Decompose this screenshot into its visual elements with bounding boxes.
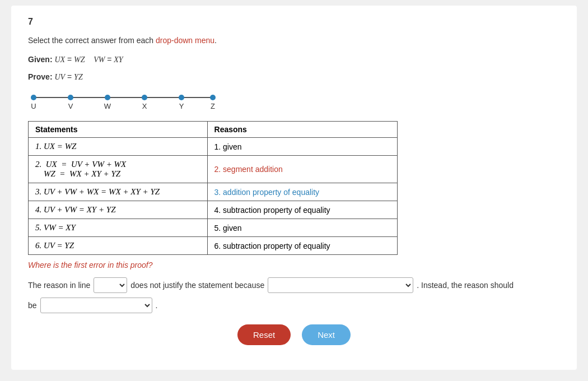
number-line: U V W X Y Z — [28, 92, 218, 112]
svg-text:V: V — [68, 102, 73, 110]
reason-4: 4. subtraction property of equality — [207, 201, 397, 219]
given-text: Given: UX = WZ VW = XY — [28, 53, 560, 67]
svg-point-1 — [31, 95, 36, 100]
svg-text:U: U — [31, 102, 36, 110]
reason-5: 5. given — [207, 219, 397, 237]
reason-1: 1. given — [207, 138, 397, 156]
answer-row-2: be substitution property of equality seg… — [28, 298, 560, 313]
reset-button[interactable]: Reset — [237, 324, 291, 345]
svg-point-6 — [210, 95, 216, 100]
line-select[interactable]: 1 2 3 4 5 6 — [94, 277, 127, 293]
because-select[interactable]: segment addition applies to two segments… — [268, 277, 413, 293]
error-question: Where is the first error in this proof? — [28, 261, 560, 270]
prove-text: Prove: UV = YZ — [28, 70, 560, 84]
statement-6: 6. UV = YZ — [29, 237, 208, 255]
period: . — [156, 301, 158, 310]
buttons-row: Reset Next — [28, 324, 560, 345]
question-number: 7 — [28, 17, 560, 27]
statements-header: Statements — [29, 122, 208, 138]
reason-2: 2. segment addition — [207, 156, 397, 183]
answer-row-1: The reason in line 1 2 3 4 5 6 does not … — [28, 277, 560, 293]
quiz-card: 7 Select the correct answer from each dr… — [11, 6, 577, 370]
statement-3: 3. UV + VW + WX = WX + XY + YZ — [29, 183, 208, 201]
should-be-select[interactable]: substitution property of equality segmen… — [40, 298, 152, 313]
svg-point-3 — [105, 95, 110, 100]
table-row: 2. UX = UV + VW + WX WZ = WX + XY + YZ 2… — [29, 156, 398, 183]
answer-suffix: . Instead, the reason should — [417, 281, 514, 290]
statement-1: 1. UX = WZ — [29, 138, 208, 156]
svg-text:Y: Y — [179, 102, 184, 110]
answer-prefix: The reason in line — [28, 281, 90, 290]
reason-3: 3. addition property of equality — [207, 183, 397, 201]
statement-4: 4. UV + VW = XY + YZ — [29, 201, 208, 219]
svg-text:W: W — [104, 102, 111, 110]
table-row: 6. UV = YZ 6. subtraction property of eq… — [29, 237, 398, 255]
answer-middle: does not justify the statement because — [130, 281, 264, 290]
svg-point-5 — [179, 95, 184, 100]
statement-5: 5. VW = XY — [29, 219, 208, 237]
instruction-text: Select the correct answer from each drop… — [28, 36, 560, 45]
svg-point-4 — [142, 95, 147, 100]
table-row: 4. UV + VW = XY + YZ 4. subtraction prop… — [29, 201, 398, 219]
reason-6: 6. subtraction property of equality — [207, 237, 397, 255]
svg-text:Z: Z — [211, 102, 215, 110]
table-row: 3. UV + VW + WX = WX + XY + YZ 3. additi… — [29, 183, 398, 201]
svg-point-2 — [68, 95, 73, 100]
next-button[interactable]: Next — [302, 324, 351, 345]
table-row: 5. VW = XY 5. given — [29, 219, 398, 237]
reasons-header: Reasons — [207, 122, 397, 138]
dropdown-link[interactable]: drop-down menu — [156, 36, 214, 45]
table-row: 1. UX = WZ 1. given — [29, 138, 398, 156]
answer-be: be — [28, 301, 37, 310]
svg-text:X: X — [142, 102, 147, 110]
proof-table: Statements Reasons 1. UX = WZ 1. given 2… — [28, 121, 398, 255]
statement-2: 2. UX = UV + VW + WX WZ = WX + XY + YZ — [29, 156, 208, 183]
